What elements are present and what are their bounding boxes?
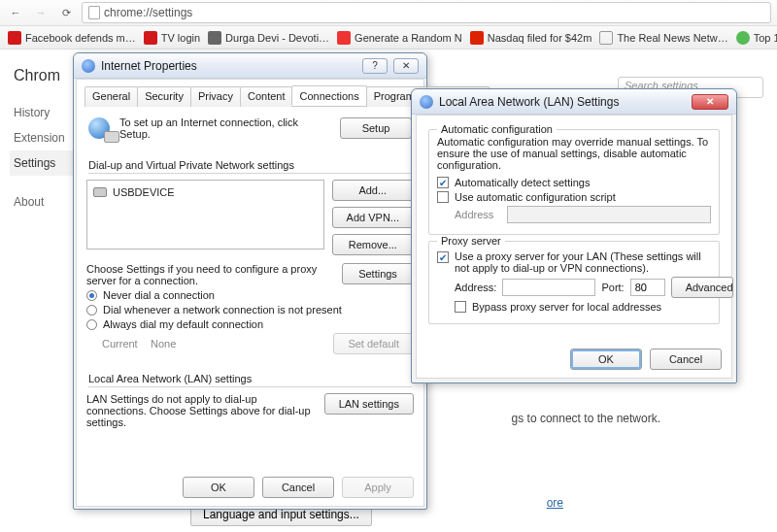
tab-strip: General Security Privacy Content Connect… — [84, 85, 416, 107]
checkbox-icon — [437, 191, 449, 203]
browser-toolbar: ← → ⟳ chrome://settings — [0, 0, 777, 26]
auto-config-note: Automatic configuration may override man… — [437, 136, 711, 171]
modem-icon — [93, 187, 107, 197]
device-name: USBDEVICE — [113, 186, 175, 198]
lan-note: LAN Settings do not apply to dial-up con… — [86, 393, 317, 428]
proxy-group: Proxy server ✔ Use a proxy server for yo… — [428, 241, 720, 324]
radio-dial-when[interactable]: Dial whenever a network connection is no… — [86, 304, 414, 316]
back-button[interactable]: ← — [6, 3, 25, 22]
checkbox-label: Use a proxy server for your LAN (These s… — [455, 250, 711, 274]
tab-content[interactable]: Content — [240, 86, 293, 107]
bookmark-item[interactable]: TV login — [144, 31, 200, 45]
tab-general[interactable]: General — [84, 86, 138, 107]
connections-listbox[interactable]: USBDEVICE — [86, 180, 324, 249]
favicon-icon — [8, 31, 21, 45]
radio-label: Dial whenever a network connection is no… — [103, 304, 342, 316]
ok-button[interactable]: OK — [570, 349, 642, 370]
add-vpn-button[interactable]: Add VPN... — [332, 207, 414, 228]
globe-icon — [420, 95, 433, 109]
checkbox-icon: ✔ — [437, 177, 449, 188]
proxy-address-input[interactable] — [502, 279, 595, 296]
script-address-label: Address — [455, 209, 501, 220]
current-value: None — [151, 338, 327, 349]
checkbox-label: Bypass proxy server for local addresses — [472, 301, 661, 313]
setup-text: To set up an Internet connection, click … — [119, 116, 330, 140]
set-default-button: Set default — [333, 333, 414, 354]
background-link[interactable]: ore — [547, 496, 563, 510]
bookmark-label: Durga Devi - Devoti… — [225, 32, 329, 44]
background-text: gs to connect to the network. — [512, 412, 660, 425]
auto-script-checkbox[interactable]: Use automatic configuration script — [437, 191, 711, 203]
forward-button[interactable]: → — [31, 3, 51, 22]
checkbox-icon — [455, 301, 466, 313]
favicon-icon — [337, 31, 351, 45]
bookmark-item[interactable]: Generate a Random N — [337, 31, 462, 45]
help-button[interactable]: ? — [362, 58, 388, 74]
bookmark-label: Nasdaq filed for $42m — [488, 32, 592, 44]
list-item[interactable]: USBDEVICE — [91, 184, 320, 200]
proxy-legend: Proxy server — [437, 235, 505, 247]
favicon-icon — [208, 31, 221, 45]
remove-button[interactable]: Remove... — [332, 234, 414, 255]
bookmark-item[interactable]: Durga Devi - Devoti… — [208, 31, 329, 45]
bookmark-item[interactable]: Facebook defends m… — [8, 31, 136, 45]
ok-button[interactable]: OK — [183, 477, 254, 498]
favicon-icon — [470, 31, 484, 45]
checkbox-icon: ✔ — [437, 251, 449, 263]
cancel-button[interactable]: Cancel — [650, 349, 722, 370]
apply-button: Apply — [342, 477, 414, 498]
dialog-title: Local Area Network (LAN) Settings — [439, 95, 619, 109]
tab-security[interactable]: Security — [137, 86, 191, 107]
favicon-icon — [144, 31, 157, 45]
cancel-button[interactable]: Cancel — [262, 477, 334, 498]
connection-settings-button[interactable]: Settings — [342, 263, 414, 284]
tab-connections[interactable]: Connections — [291, 85, 366, 106]
setup-button[interactable]: Setup — [340, 117, 412, 139]
titlebar[interactable]: Internet Properties ? ✕ — [74, 53, 426, 79]
bypass-checkbox[interactable]: Bypass proxy server for local addresses — [437, 301, 711, 313]
radio-never-dial[interactable]: Never dial a connection — [86, 289, 414, 301]
proxy-address-label: Address: — [455, 282, 496, 293]
dialup-legend: Dial-up and Virtual Private Network sett… — [88, 159, 412, 171]
page-icon — [88, 6, 100, 19]
use-proxy-checkbox[interactable]: ✔ Use a proxy server for your LAN (These… — [437, 250, 711, 274]
proxy-port-label: Port: — [601, 282, 624, 293]
globe-icon — [82, 59, 95, 73]
bookmark-item[interactable]: Nasdaq filed for $42m — [470, 31, 592, 45]
favicon-icon — [736, 31, 750, 45]
bookmark-item[interactable]: Top 100 B — [736, 31, 777, 45]
bookmark-label: Facebook defends m… — [25, 32, 136, 44]
radio-dial-always[interactable]: Always dial my default connection — [86, 318, 414, 330]
auto-detect-checkbox[interactable]: ✔Automatically detect settings — [437, 177, 711, 188]
close-button[interactable]: ✕ — [393, 58, 419, 74]
proxy-port-input[interactable] — [630, 279, 665, 296]
bookmark-label: Generate a Random N — [355, 32, 462, 44]
titlebar[interactable]: Local Area Network (LAN) Settings ✕ — [412, 89, 736, 115]
dialog-title: Internet Properties — [101, 59, 197, 73]
bookmark-label: TV login — [161, 32, 200, 44]
connection-wizard-icon — [88, 117, 110, 139]
current-label: Current — [86, 338, 145, 349]
radio-icon — [86, 290, 97, 301]
auto-config-group: Automatic configuration Automatic config… — [428, 129, 720, 235]
lan-settings-button[interactable]: LAN settings — [324, 393, 414, 415]
bookmark-item[interactable]: The Real News Netw… — [599, 31, 727, 45]
advanced-button[interactable]: Advanced — [671, 277, 733, 298]
lan-legend: Local Area Network (LAN) settings — [88, 373, 412, 384]
add-button[interactable]: Add... — [332, 180, 414, 201]
radio-label: Never dial a connection — [103, 289, 215, 301]
radio-label: Always dial my default connection — [103, 318, 263, 330]
tab-privacy[interactable]: Privacy — [190, 86, 241, 107]
checkbox-label: Use automatic configuration script — [455, 191, 616, 203]
radio-icon — [86, 319, 97, 330]
close-button[interactable]: ✕ — [692, 94, 728, 110]
address-bar[interactable]: chrome://settings — [82, 2, 771, 23]
reload-button[interactable]: ⟳ — [56, 3, 76, 22]
checkbox-label: Automatically detect settings — [455, 177, 590, 188]
radio-icon — [86, 305, 97, 316]
lan-settings-dialog: Local Area Network (LAN) Settings ✕ Auto… — [411, 88, 737, 383]
auto-config-legend: Automatic configuration — [437, 123, 557, 135]
script-address-input — [507, 206, 711, 223]
url-text: chrome://settings — [104, 6, 192, 19]
bookmark-label: The Real News Netw… — [617, 32, 727, 44]
